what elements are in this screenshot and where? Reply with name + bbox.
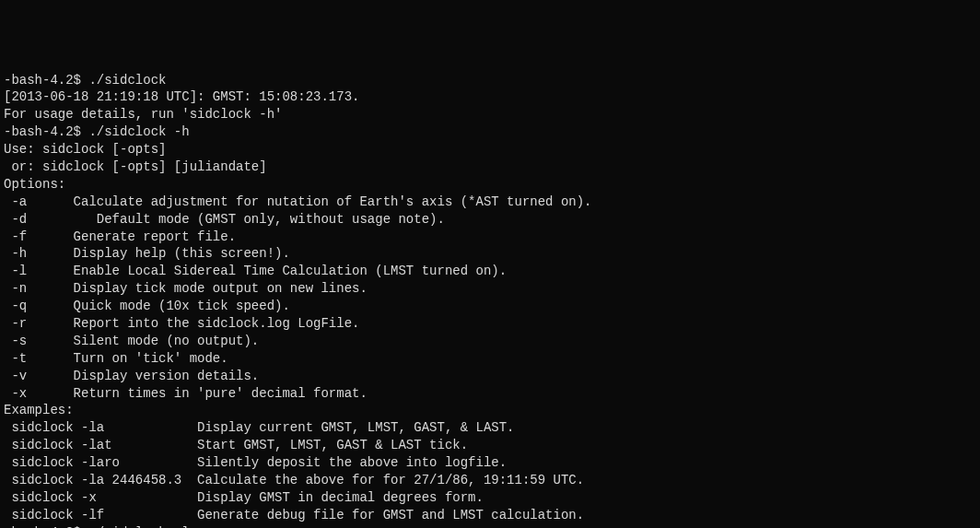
help-example-line: sidclock -laro Silently deposit the abov… — [4, 454, 976, 472]
help-example-line: sidclock -la Display current GMST, LMST,… — [4, 419, 976, 437]
help-example-line: sidclock -x Display GMST in decimal degr… — [4, 489, 976, 507]
help-option-l: -l Enable Local Sidereal Time Calculatio… — [4, 263, 976, 280]
help-option-r: -r Report into the sidclock.log LogFile. — [4, 315, 976, 333]
help-example-line: sidclock -lf Generate debug file for GMS… — [4, 507, 976, 524]
help-example-line: sidclock -lat Start GMST, LMST, GAST & L… — [4, 437, 976, 454]
prompt-line[interactable]: -bash-4.2$ ./sidclock — [4, 72, 976, 89]
terminal-output: -bash-4.2$ ./sidclock[2013-06-18 21:19:1… — [4, 72, 976, 528]
help-option-h: -h Display help (this screen!). — [4, 245, 976, 263]
help-examples-header: Examples: — [4, 402, 976, 419]
help-options-header: Options: — [4, 176, 976, 194]
help-option-x: -x Return times in 'pure' decimal format… — [4, 385, 976, 403]
help-option-v: -v Display version details. — [4, 368, 976, 385]
prompt-line[interactable]: -bash-4.2$ ./sidclock -lax — [4, 524, 976, 528]
output-line: For usage details, run 'sidclock -h' — [4, 106, 976, 123]
output-line: [2013-06-18 21:19:18 UTC]: GMST: 15:08:2… — [4, 88, 976, 106]
help-example-line: sidclock -la 2446458.3 Calculate the abo… — [4, 472, 976, 489]
help-option-f: -f Generate report file. — [4, 229, 976, 246]
help-usage-line: Use: sidclock [-opts] — [4, 141, 976, 158]
help-usage-line: or: sidclock [-opts] [juliandate] — [4, 158, 976, 176]
prompt-line[interactable]: -bash-4.2$ ./sidclock -h — [4, 123, 976, 141]
help-option-n: -n Display tick mode output on new lines… — [4, 280, 976, 298]
help-option-t: -t Turn on 'tick' mode. — [4, 350, 976, 368]
help-option-s: -s Silent mode (no output). — [4, 333, 976, 350]
help-option-a: -a Calculate adjustment for nutation of … — [4, 194, 976, 211]
help-option-q: -q Quick mode (10x tick speed). — [4, 298, 976, 315]
help-option-d: -d Default mode (GMST only, without usag… — [4, 211, 976, 229]
